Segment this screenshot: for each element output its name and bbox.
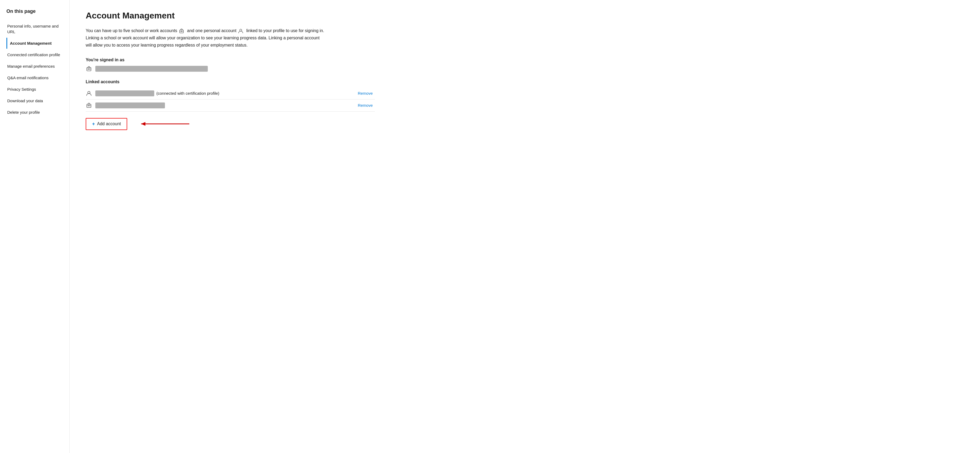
- remove-button-0[interactable]: Remove: [356, 91, 375, 95]
- personal-account-icon: [238, 29, 245, 34]
- linked-account-text-0: (connected with certification profile): [95, 90, 352, 96]
- sidebar-item-account-management[interactable]: Account Management: [6, 38, 69, 49]
- plus-icon: +: [92, 121, 95, 127]
- add-account-wrapper: + Add account: [86, 118, 375, 130]
- sidebar-heading: On this page: [6, 9, 69, 14]
- arrow-annotation: [136, 120, 195, 128]
- sidebar-item-personal-info[interactable]: Personal info, username and URL: [6, 21, 69, 37]
- signed-in-work-icon: [86, 65, 92, 72]
- sidebar-item-delete-profile[interactable]: Delete your profile: [6, 107, 69, 118]
- signed-in-label: You're signed in as: [86, 57, 375, 62]
- sidebar: On this page Personal info, username and…: [0, 0, 70, 453]
- linked-account-row-0: (connected with certification profile) R…: [86, 87, 375, 100]
- sidebar-item-connected-certification[interactable]: Connected certification profile: [6, 49, 69, 60]
- linked-email-bar-0: [95, 90, 154, 96]
- main-content: Account Management You can have up to fi…: [70, 0, 391, 453]
- add-account-label: Add account: [97, 122, 121, 126]
- add-account-button[interactable]: + Add account: [86, 118, 127, 130]
- sidebar-item-qa-email[interactable]: Q&A email notifications: [6, 72, 69, 83]
- linked-accounts-label: Linked accounts: [86, 79, 375, 84]
- page-title: Account Management: [86, 11, 375, 21]
- sidebar-item-download-data[interactable]: Download your data: [6, 95, 69, 106]
- linked-accounts-section: Linked accounts (connected with certific…: [86, 79, 375, 112]
- linked-account-text-1: [95, 103, 352, 108]
- svg-marker-12: [141, 122, 145, 126]
- red-arrow-svg: [136, 120, 195, 128]
- work-account-icon: [179, 29, 185, 34]
- sidebar-item-privacy-settings[interactable]: Privacy Settings: [6, 84, 69, 95]
- linked-account-row-1: Remove: [86, 100, 375, 112]
- sidebar-item-manage-email[interactable]: Manage email preferences: [6, 61, 69, 72]
- linked-personal-icon: [86, 90, 92, 97]
- remove-button-1[interactable]: Remove: [356, 103, 375, 108]
- signed-in-email-bar: [95, 66, 208, 72]
- linked-work-icon: [86, 102, 92, 109]
- linked-email-bar-1: [95, 103, 165, 108]
- signed-in-row: [86, 65, 375, 72]
- description-text: You can have up to five school or work a…: [86, 27, 327, 49]
- cert-note-0: (connected with certification profile): [156, 91, 219, 95]
